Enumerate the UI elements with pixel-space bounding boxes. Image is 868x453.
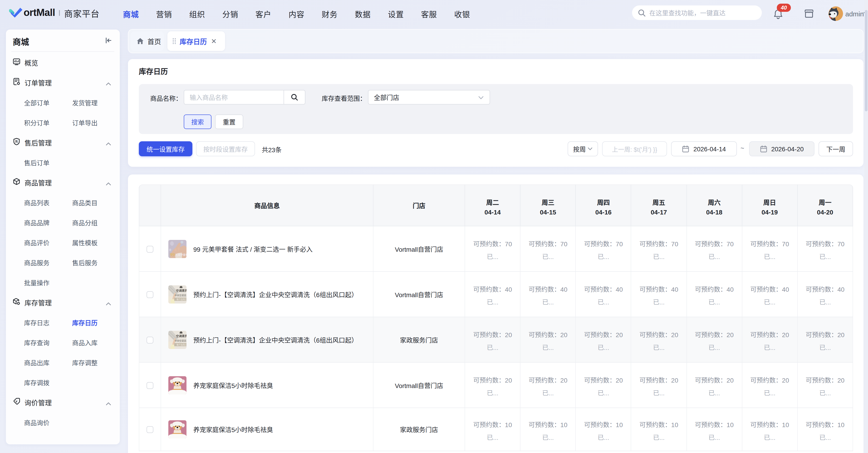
svg-text:中央空调清洗: 中央空调清洗	[175, 339, 186, 342]
svg-text:空调清洗: 空调清洗	[176, 289, 186, 292]
svg-text:99: 99	[170, 252, 175, 257]
svg-text:¥: ¥	[15, 399, 18, 403]
svg-text:中央空调清洗: 中央空调清洗	[175, 294, 186, 296]
svg-text:售: 售	[15, 140, 18, 143]
svg-text:空调清洗: 空调清洗	[176, 334, 186, 338]
svg-text:元美甲套餐: 元美甲套餐	[175, 253, 186, 256]
svg-text:每个出风口: 每个出风口	[177, 298, 186, 300]
svg-text:每个出风口: 每个出风口	[177, 343, 186, 346]
